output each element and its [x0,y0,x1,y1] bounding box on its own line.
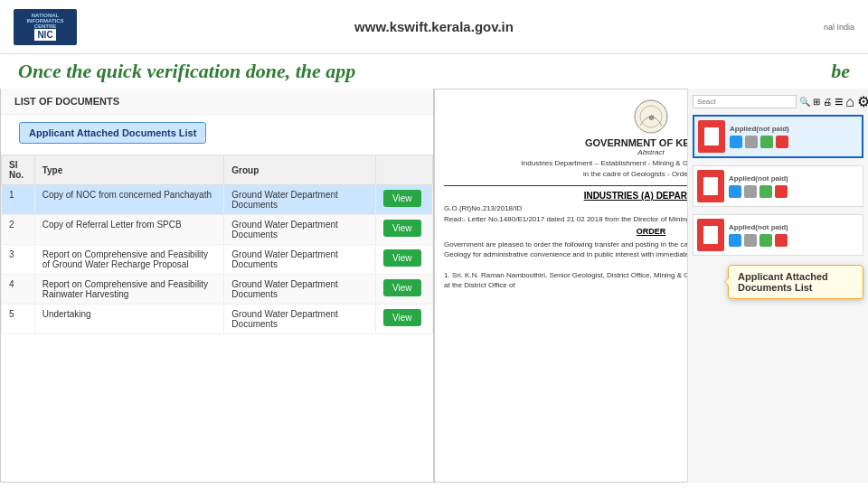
cell-group: Ground Water Department Documents [224,245,376,275]
cell-action: View [376,245,433,275]
list-icon[interactable]: ≡ [835,94,843,110]
cell-type: Copy of Referral Letter from SPCB [34,215,224,245]
delete-icon[interactable] [776,136,788,148]
cell-action: View [376,275,433,305]
thumbnail-label: Applied(not paid) [729,174,859,183]
home-icon[interactable]: ⌂ [845,94,854,110]
cell-group: Ground Water Department Documents [224,185,376,215]
svg-text:☸: ☸ [648,114,655,122]
search-input[interactable] [693,95,797,108]
table-row: 3Report on Comprehensive and Feasibility… [2,245,433,275]
view-button[interactable]: View [383,279,421,296]
cell-type: Report on Comprehensive and Feasibility … [34,245,224,275]
list-item[interactable]: Applied(not paid) [693,165,863,207]
cell-group: Ground Water Department Documents [224,215,376,245]
search-bar: 🔍 ⊞ 🖨 ≡ ⌂ ⚙ [693,93,863,110]
table-row: 2Copy of Referral Letter from SPCBGround… [2,215,433,245]
thumbnail-label: Applied(not paid) [730,125,858,133]
action-icon[interactable] [744,234,757,247]
cell-group: Ground Water Department Documents [224,275,376,305]
callout-tooltip: Applicant Attached Documents List [728,265,863,299]
content-area: LIST OF DOCUMENTS Applicant Attached Doc… [0,89,868,483]
app-header: NATIONAL INFORMATICS CENTRE NIC www.kswi… [0,0,868,54]
col-header-sl: SlNo. [2,155,35,185]
cell-type: Undertaking [34,305,224,334]
cell-group: Ground Water Department Documents [224,305,376,334]
table-row: 5UndertakingGround Water Department Docu… [2,305,433,334]
cell-sl: 2 [2,215,35,245]
document-icon [698,120,725,153]
action-icon[interactable] [760,185,772,198]
col-header-action [376,155,433,185]
action-icon[interactable] [729,234,741,247]
cell-sl: 4 [2,275,35,305]
view-button[interactable]: View [383,249,421,267]
list-item[interactable]: Applied(not paid) [693,214,863,256]
main-heading: Once the quick verification done, the ap… [0,54,868,89]
thumbnail-actions [729,234,859,247]
callout-text: Applicant Attached Documents List [738,271,828,293]
action-icon[interactable] [760,136,773,148]
action-icon[interactable] [760,234,772,247]
delete-icon[interactable] [775,185,788,198]
thumbnail-label: Applied(not paid) [729,223,859,231]
col-header-group: Group [224,155,376,185]
cell-sl: 5 [2,305,35,334]
go-ref-number: G.O.(Rt)No.213/2018/ID [444,204,522,212]
thumbnail-actions [730,136,858,148]
cell-action: View [376,305,433,334]
thumbnail-content: Applied(not paid) [730,125,858,148]
thumbnail-content: Applied(not paid) [729,174,859,198]
filter-icon: ⊞ [813,97,820,107]
action-icon[interactable] [744,185,757,198]
thumbnail-content: Applied(not paid) [729,223,859,247]
right-panel: ☸ GOVERNMENT OF KERALA Abstract Industri… [434,89,868,483]
nic-logo: NATIONAL INFORMATICS CENTRE NIC [14,9,77,45]
header-website: www.kswift.kerala.gov.in [354,19,514,34]
action-icon[interactable] [729,185,741,198]
applicant-list-header: Applicant Attached Documents List [19,122,206,144]
table-row: 4Report on Comprehensive and Feasibility… [2,275,433,305]
action-icon[interactable] [730,136,742,148]
table-row: 1Copy of NOC from concerned PanchayathGr… [2,185,433,215]
settings-icon[interactable]: ⚙ [857,93,868,110]
cell-sl: 3 [2,245,35,275]
view-button[interactable]: View [383,220,421,237]
cell-sl: 1 [2,185,35,215]
nic-abbr: NIC [34,29,55,41]
documents-table: SlNo. Type Group 1Copy of NOC from conce… [1,155,433,334]
header-right-text: nal India [824,23,854,32]
print-icon[interactable]: 🖨 [823,97,832,107]
document-icon [697,219,724,251]
header-logo: NATIONAL INFORMATICS CENTRE NIC [14,9,77,45]
cell-type: Copy of NOC from concerned Panchayath [34,185,224,215]
left-panel: LIST OF DOCUMENTS Applicant Attached Doc… [0,89,434,483]
list-of-docs-title: LIST OF DOCUMENTS [1,89,433,115]
list-item[interactable]: Applied(not paid) [693,115,863,158]
kerala-emblem-icon: ☸ [633,99,669,135]
table-header-row: SlNo. Type Group [2,155,433,185]
document-icon [697,170,724,202]
cell-type: Report on Comprehensive and Feasibility … [34,275,224,305]
search-icon[interactable]: 🔍 [799,97,810,107]
thumbnail-actions [729,185,859,198]
view-button[interactable]: View [383,309,421,326]
cell-action: View [376,215,433,245]
view-button[interactable]: View [383,190,421,207]
col-header-type: Type [34,155,224,185]
action-icon[interactable] [745,136,758,148]
delete-icon[interactable] [775,234,788,247]
cell-action: View [376,185,433,215]
